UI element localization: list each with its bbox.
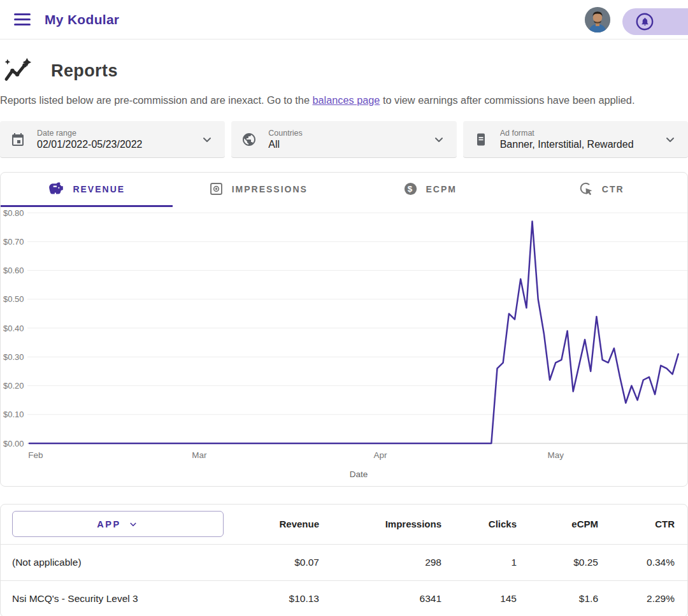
report-chart-card: REVENUE IMPRESSIONS $ ECPM CTR $0.00$0: [0, 172, 688, 487]
filters-row: Date range 02/01/2022-05/23/2022 Countri…: [0, 121, 688, 158]
table-row[interactable]: (Not applicable) $0.07 298 1 $0.25 0.34%: [1, 544, 688, 580]
app-title: My Kodular: [45, 12, 119, 27]
tab-ecpm[interactable]: $ ECPM: [344, 173, 516, 207]
app-name-cell: (Not applicable): [1, 544, 249, 580]
column-header-ctr: CTR: [612, 505, 688, 544]
metric-tabs: REVENUE IMPRESSIONS $ ECPM CTR: [1, 173, 687, 207]
svg-text:$0.70: $0.70: [3, 237, 24, 247]
avatar-image: [585, 7, 610, 32]
impressions-cell: 6341: [333, 580, 455, 616]
column-header-ecpm: eCPM: [531, 505, 612, 544]
table-header-row: APP Revenue Impressions Clicks eCPM CTR: [1, 505, 688, 544]
date-range-value: 02/01/2022-05/23/2022: [37, 139, 142, 150]
user-avatar[interactable]: [585, 7, 610, 32]
impressions-cell: 298: [333, 544, 455, 580]
tab-label: REVENUE: [73, 184, 125, 194]
svg-text:Date: Date: [350, 469, 368, 479]
svg-text:Feb: Feb: [28, 450, 43, 460]
reports-description: Reports listed below are pre-commission …: [0, 93, 688, 108]
tab-label: CTR: [602, 184, 624, 194]
svg-text:$0.40: $0.40: [3, 324, 24, 333]
ctr-cell: 0.34%: [612, 544, 688, 580]
app-dropdown-label: APP: [97, 519, 121, 529]
app-name-cell: Nsi MCQ's - Security Level 3: [1, 580, 249, 616]
filter-label: Ad format: [500, 129, 634, 138]
notifications-button[interactable]: [622, 8, 688, 35]
column-header-clicks: Clicks: [455, 505, 531, 544]
clicks-cell: 1: [455, 544, 531, 580]
filter-label: Countries: [268, 129, 303, 138]
countries-value: All: [268, 139, 303, 150]
chevron-down-icon: [127, 519, 139, 530]
svg-text:$0.80: $0.80: [3, 208, 24, 218]
tab-label: IMPRESSIONS: [232, 184, 308, 194]
svg-text:$0.10: $0.10: [3, 410, 24, 419]
top-bar: My Kodular: [0, 0, 688, 39]
svg-text:$: $: [407, 184, 413, 194]
chevron-down-icon: [199, 132, 215, 147]
ad-format-icon: [473, 132, 489, 147]
description-text: Reports listed below are pre-commission …: [0, 94, 312, 106]
reports-header: Reports: [0, 57, 688, 84]
page-title: Reports: [51, 61, 118, 81]
ad-format-value: Banner, Interstitial, Rewarded: [500, 139, 634, 150]
piggy-bank-icon: [48, 181, 64, 197]
ad-format-filter[interactable]: Ad format Banner, Interstitial, Rewarded: [463, 121, 688, 158]
bell-icon: [636, 13, 654, 31]
svg-text:Apr: Apr: [374, 450, 388, 460]
tab-ctr[interactable]: CTR: [516, 173, 688, 207]
table-row[interactable]: Nsi MCQ's - Security Level 3 $10.13 6341…: [1, 580, 688, 616]
globe-icon: [241, 132, 257, 147]
insights-icon: [4, 57, 33, 84]
apps-report-table-card: APP Revenue Impressions Clicks eCPM CTR …: [0, 504, 688, 616]
ctr-cell: 2.29%: [612, 580, 688, 616]
balances-page-link[interactable]: balances page: [312, 94, 380, 106]
impressions-icon: [209, 182, 224, 196]
revenue-line-chart[interactable]: $0.00$0.10$0.20$0.30$0.40$0.50$0.60$0.70…: [1, 207, 688, 486]
click-icon: [579, 182, 594, 196]
svg-text:$0.20: $0.20: [3, 381, 24, 390]
description-text-suffix: to view earnings after commissions have …: [380, 94, 634, 106]
date-range-filter[interactable]: Date range 02/01/2022-05/23/2022: [0, 121, 225, 158]
dollar-icon: $: [403, 182, 418, 196]
tab-impressions[interactable]: IMPRESSIONS: [173, 173, 345, 207]
hamburger-menu-icon[interactable]: [14, 13, 31, 25]
svg-text:$0.50: $0.50: [3, 294, 24, 304]
svg-text:May: May: [547, 450, 564, 460]
tab-label: ECPM: [426, 184, 457, 194]
svg-text:Mar: Mar: [192, 450, 207, 460]
svg-text:$0.30: $0.30: [3, 352, 24, 362]
clicks-cell: 145: [455, 580, 531, 616]
chevron-down-icon: [431, 132, 447, 147]
app-dropdown-button[interactable]: APP: [12, 511, 224, 537]
svg-text:$0.00: $0.00: [3, 439, 24, 448]
filter-label: Date range: [37, 129, 142, 138]
app-column-header: APP: [1, 505, 249, 544]
chevron-down-icon: [663, 132, 678, 147]
tab-revenue[interactable]: REVENUE: [1, 173, 173, 207]
countries-filter[interactable]: Countries All: [231, 121, 456, 158]
ecpm-cell: $0.25: [531, 544, 612, 580]
calendar-icon: [10, 132, 25, 147]
apps-report-table: APP Revenue Impressions Clicks eCPM CTR …: [1, 505, 688, 616]
column-header-revenue: Revenue: [249, 505, 333, 544]
revenue-cell: $10.13: [249, 580, 333, 616]
ecpm-cell: $1.6: [531, 580, 612, 616]
column-header-impressions: Impressions: [333, 505, 455, 544]
revenue-cell: $0.07: [249, 544, 333, 580]
svg-text:$0.60: $0.60: [3, 266, 24, 275]
